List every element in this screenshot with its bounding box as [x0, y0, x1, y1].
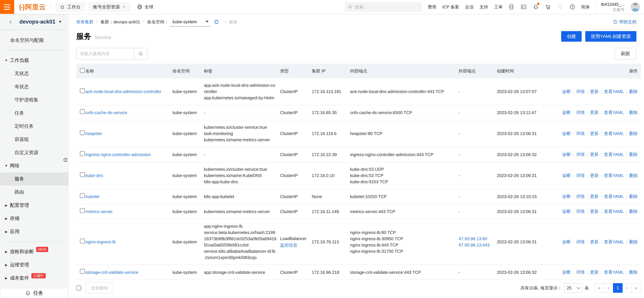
service-name-link[interactable]: ingress-nginx-controller-admission: [86, 152, 151, 157]
cluster-switcher[interactable]: ‹ devops-ack01 ▼: [0, 14, 68, 30]
service-name-link[interactable]: nginx-ingress-lb: [86, 239, 116, 244]
create-yaml-button[interactable]: 使用YAML创建资源: [585, 31, 636, 42]
action-link[interactable]: 查看YAML: [604, 110, 624, 115]
account-resources-dropdown[interactable]: 账号全部资源: [89, 2, 130, 11]
row-checkbox[interactable]: [80, 239, 85, 244]
alibaba-cloud-logo[interactable]: (-) 阿里云: [19, 2, 46, 11]
avatar[interactable]: [630, 2, 640, 12]
action-link[interactable]: 更新: [590, 209, 599, 214]
task-footer-button[interactable]: 任务: [0, 288, 68, 298]
help-icon[interactable]: ?: [570, 4, 575, 10]
topbar-link[interactable]: ICP 备案: [442, 4, 459, 10]
sidebar-item[interactable]: 任务: [0, 107, 68, 120]
batch-delete-button[interactable]: 批量删除: [86, 282, 114, 294]
action-link[interactable]: 更新: [590, 194, 599, 199]
action-link[interactable]: 查看YAML: [604, 194, 624, 199]
service-name-link[interactable]: cnfs-cache-ds-service: [86, 110, 127, 115]
row-checkbox[interactable]: [80, 193, 85, 198]
action-link[interactable]: 诊断: [562, 209, 571, 214]
global-search-input[interactable]: 搜索...: [345, 2, 422, 12]
select-all-checkbox[interactable]: [80, 68, 85, 73]
action-link[interactable]: 删除: [629, 173, 638, 178]
action-link[interactable]: 诊断: [562, 270, 571, 275]
action-link[interactable]: 诊断: [562, 194, 571, 199]
mobile-app-icon[interactable]: APP: [508, 4, 514, 10]
action-link[interactable]: 详情: [576, 270, 584, 275]
sidebar-item[interactable]: 路由: [0, 185, 68, 199]
action-link[interactable]: 诊断: [562, 173, 571, 178]
action-link[interactable]: 查看YAML: [604, 270, 624, 275]
search-button[interactable]: [134, 48, 148, 59]
sidebar-item[interactable]: ▶应用: [0, 225, 68, 238]
sidebar-item[interactable]: ▶运维管理: [0, 258, 68, 272]
row-checkbox[interactable]: [80, 172, 85, 177]
region-selector[interactable]: 全球: [137, 4, 154, 10]
action-link[interactable]: 详情: [576, 89, 584, 94]
sidebar-item[interactable]: 定时任务: [0, 120, 68, 133]
cloud-shell-icon[interactable]: [521, 4, 526, 10]
search-input[interactable]: [76, 48, 134, 59]
action-link[interactable]: 查看YAML: [604, 173, 624, 178]
service-name-link[interactable]: kube-dns: [86, 173, 103, 178]
sidebar-item[interactable]: 无状态: [0, 67, 68, 80]
bell-icon[interactable]: [533, 4, 538, 10]
action-link[interactable]: 查看YAML: [604, 209, 624, 214]
row-checkbox[interactable]: [80, 109, 85, 114]
action-link[interactable]: 删除: [629, 131, 638, 136]
topbar-link[interactable]: 费用: [428, 4, 436, 10]
pager-prev[interactable]: ‹: [604, 283, 613, 293]
action-link[interactable]: 诊断: [562, 239, 571, 244]
sidebar-item[interactable]: ▶成本套件公测中: [0, 272, 68, 285]
refresh-button[interactable]: 刷新: [615, 48, 636, 59]
hamburger-menu-button[interactable]: [0, 0, 14, 14]
action-link[interactable]: 删除: [629, 194, 638, 199]
row-checkbox[interactable]: [80, 88, 85, 93]
action-link[interactable]: 详情: [576, 131, 584, 136]
pager-first[interactable]: «: [594, 283, 604, 293]
pager-page[interactable]: 1: [613, 283, 622, 293]
action-link[interactable]: 删除: [629, 89, 638, 94]
help-doc-link[interactable]: ? 帮助文档: [613, 19, 636, 25]
action-link[interactable]: 更新: [590, 131, 599, 136]
action-link[interactable]: 查看YAML: [604, 89, 624, 94]
action-link[interactable]: 详情: [576, 239, 584, 244]
sidebar-item[interactable]: 守护进程集: [0, 93, 68, 107]
pager-next[interactable]: ›: [622, 283, 632, 293]
row-checkbox[interactable]: [80, 151, 85, 156]
action-link[interactable]: 详情: [576, 152, 584, 157]
cart-icon[interactable]: [545, 4, 551, 10]
service-name-link[interactable]: metrics-server: [86, 209, 113, 214]
action-link[interactable]: 更新: [590, 152, 599, 157]
sidebar-item[interactable]: ▶巡检和诊断NEW: [0, 245, 68, 258]
footer-select-all-checkbox[interactable]: [76, 286, 81, 291]
action-link[interactable]: 诊断: [562, 152, 571, 157]
action-link[interactable]: 删除: [629, 110, 638, 115]
action-link[interactable]: 详情: [576, 110, 584, 115]
action-link[interactable]: 更新: [590, 239, 599, 244]
lightbulb-icon[interactable]: [558, 4, 563, 10]
sidebar-item[interactable]: ▼工作负载: [0, 54, 68, 67]
topbar-link[interactable]: 支持: [480, 4, 488, 10]
service-name-link[interactable]: ack-node-local-dns-admission-controller: [86, 89, 162, 94]
service-name-link[interactable]: kubelet: [86, 194, 99, 199]
action-link[interactable]: 删除: [629, 239, 638, 244]
sidebar-item[interactable]: ▶配置管理: [0, 199, 68, 212]
service-name-link[interactable]: heapster: [86, 131, 102, 136]
action-link[interactable]: 更新: [590, 173, 599, 178]
action-link[interactable]: 详情: [576, 173, 584, 178]
monitor-info-link[interactable]: 监控信息: [280, 243, 297, 248]
create-button[interactable]: 创建: [561, 31, 582, 42]
action-link[interactable]: 详情: [576, 194, 584, 199]
action-link[interactable]: 更新: [590, 270, 599, 275]
language-selector[interactable]: 简体: [581, 4, 590, 10]
workbench-button[interactable]: 工作台: [56, 2, 85, 11]
row-checkbox[interactable]: [80, 269, 85, 274]
sidebar-item[interactable]: ▶存储: [0, 212, 68, 225]
sidebar-item[interactable]: 有状态: [0, 80, 68, 93]
service-name-link[interactable]: storage-crd-validate-service: [86, 270, 138, 275]
action-link[interactable]: 删除: [629, 152, 638, 157]
external-endpoint-link[interactable]: 47.93.96.13:443: [458, 243, 490, 247]
account-info[interactable]: tb411045_... 主账号: [596, 2, 624, 12]
namespace-refresh-icon[interactable]: [214, 19, 219, 24]
action-link[interactable]: 诊断: [562, 110, 571, 115]
